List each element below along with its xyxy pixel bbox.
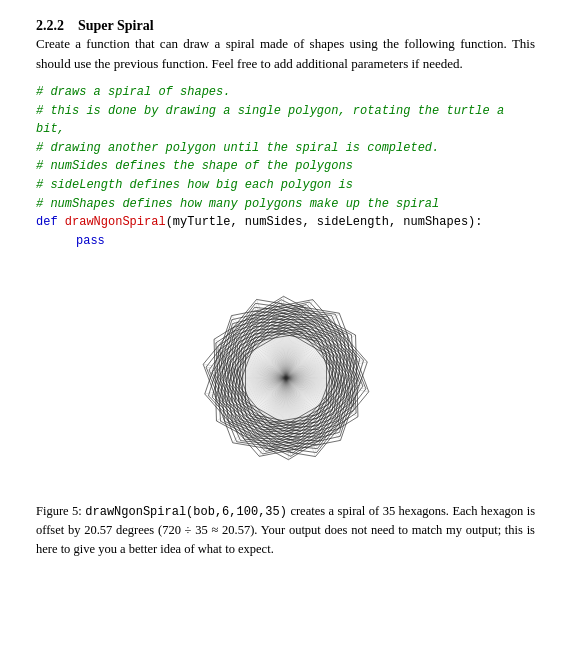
svg-line-59 [286,378,332,411]
description-text: Create a function that can draw a spiral… [36,34,535,73]
figure-caption: Figure 5: drawNgonSpiral(bob,6,100,35) c… [36,502,535,559]
svg-line-56 [239,346,285,379]
comment-line-2: # this is done by drawing a single polyg… [36,102,535,139]
comment-line-5: # sideLength defines how big each polygo… [36,176,535,195]
figure-area: // Generate spiral hexagons inline via S… [36,268,535,488]
comment-line-1: # draws a spiral of shapes. [36,83,535,102]
def-line: def drawNgonSpiral(myTurtle, numSides, s… [36,213,535,232]
svg-line-49 [247,378,286,418]
spiral-svg: // Generate spiral hexagons inline via S… [176,268,396,488]
figure-caption-code: drawNgonSpiral(bob,6,100,35) [85,505,287,519]
pass-line: pass [36,232,535,251]
svg-line-52 [286,339,325,379]
comment-line-3: # drawing another polygon until the spir… [36,139,535,158]
section-number: 2.2.2 [36,18,64,33]
svg-line-86 [286,337,332,379]
section-header: 2.2.2 Super Spiral [36,18,535,34]
comment-line-4: # numSides defines the shape of the poly… [36,157,535,176]
figure-label: Figure 5: [36,504,82,518]
code-block: # draws a spiral of shapes. # this is do… [36,83,535,250]
section-title-text: Super Spiral [78,18,154,33]
comment-line-6: # numShapes defines how many polygons ma… [36,195,535,214]
svg-line-89 [239,378,285,420]
